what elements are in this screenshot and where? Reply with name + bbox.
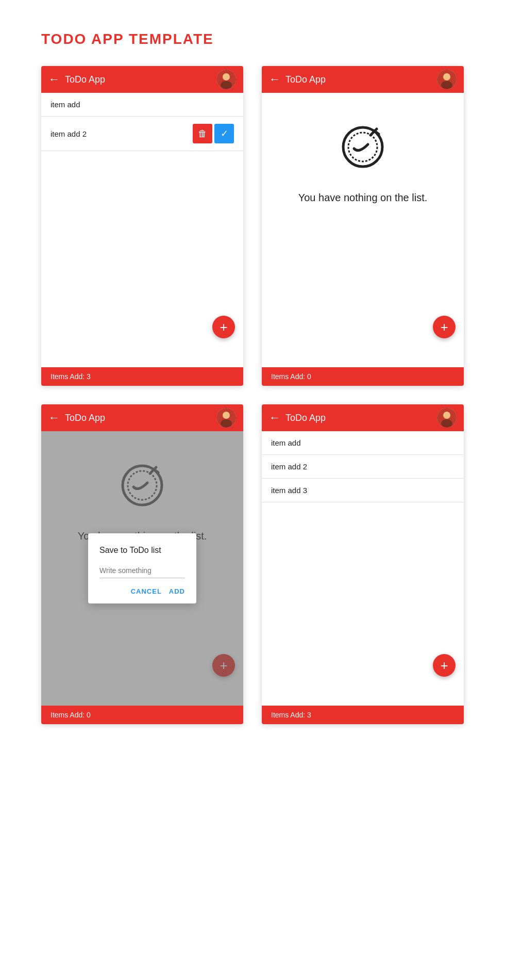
svg-point-12: [221, 419, 232, 428]
todo-item-1-2: item add 2 🗑 ✓: [41, 117, 243, 151]
todo-item-text-1-1: item add: [50, 100, 234, 109]
todo-item-4-2: item add 2: [262, 455, 464, 479]
screens-grid: ← ToDo App item add item add 2: [41, 66, 464, 724]
dialog-cancel-button-3[interactable]: CANCEL: [131, 587, 162, 595]
svg-point-1: [223, 73, 230, 80]
dialog-add-button-3[interactable]: ADD: [169, 587, 185, 595]
svg-point-4: [443, 73, 450, 80]
svg-point-2: [221, 81, 232, 89]
screen-3: ← ToDo App: [41, 404, 243, 724]
avatar-3: [216, 408, 236, 428]
status-bar-2: Items Add: 0: [262, 367, 464, 386]
page-title: TODO APP TEMPLATE: [41, 31, 464, 47]
todo-item-text-4-1: item add: [271, 438, 454, 447]
todo-item-text-4-3: item add 3: [271, 486, 454, 495]
status-bar-1: Items Add: 3: [41, 367, 243, 386]
delete-button-1-2[interactable]: 🗑: [193, 124, 212, 143]
app-bar-3: ← ToDo App: [41, 404, 243, 431]
status-bar-3: Items Add: 0: [41, 706, 243, 724]
svg-point-18: [443, 412, 450, 419]
avatar-2: [437, 70, 457, 89]
fab-4[interactable]: +: [433, 654, 456, 677]
svg-point-11: [223, 412, 230, 419]
fab-plus-icon-2: +: [440, 319, 448, 335]
svg-point-5: [441, 81, 452, 89]
svg-line-9: [375, 131, 379, 134]
screen-4-content: item add item add 2 item add 3 +: [262, 431, 464, 706]
app-bar-1: ← ToDo App: [41, 66, 243, 93]
todo-item-text-4-2: item add 2: [271, 462, 454, 471]
svg-point-19: [441, 419, 452, 428]
dialog-actions-3: CANCEL ADD: [99, 587, 185, 595]
todo-item-text-1-2: item add 2: [50, 129, 193, 138]
app-title-2: ToDo App: [285, 74, 437, 85]
empty-state-2: You have nothing on the list.: [262, 93, 464, 220]
status-bar-4: Items Add: 3: [262, 706, 464, 724]
svg-point-7: [348, 133, 377, 161]
app-title-3: ToDo App: [65, 413, 216, 423]
screen-4: ← ToDo App item add item add 2 item a: [262, 404, 464, 724]
fab-plus-icon-4: +: [440, 658, 448, 674]
empty-icon-2: [340, 124, 386, 180]
fab-2[interactable]: +: [433, 316, 456, 338]
todo-item-4-1: item add: [262, 431, 464, 455]
app-bar-4: ← ToDo App: [262, 404, 464, 431]
app-title-1: ToDo App: [65, 74, 216, 85]
avatar-4: [437, 408, 457, 428]
app-bar-2: ← ToDo App: [262, 66, 464, 93]
avatar-1: [216, 70, 236, 89]
complete-button-1-2[interactable]: ✓: [214, 124, 234, 143]
todo-list-1: item add item add 2 🗑 ✓: [41, 93, 243, 151]
empty-text-2: You have nothing on the list.: [298, 190, 428, 205]
screen-1: ← ToDo App item add item add 2: [41, 66, 243, 386]
screen-1-content: item add item add 2 🗑 ✓ +: [41, 93, 243, 367]
dialog-box-3: Save to ToDo list CANCEL ADD: [88, 533, 196, 603]
app-title-4: ToDo App: [285, 413, 437, 423]
screen-3-content: You have nothing on the list. Save to To…: [41, 431, 243, 706]
screen-2: ← ToDo App: [262, 66, 464, 386]
back-button-1[interactable]: ←: [48, 73, 60, 86]
todo-actions-1-2: 🗑 ✓: [193, 124, 234, 143]
screen-2-content: You have nothing on the list. +: [262, 93, 464, 367]
dialog-overlay-3: Save to ToDo list CANCEL ADD: [41, 431, 243, 706]
fab-plus-icon-1: +: [220, 319, 227, 335]
trash-icon-1-2: 🗑: [198, 128, 207, 139]
back-button-4[interactable]: ←: [269, 411, 280, 424]
todo-list-4: item add item add 2 item add 3: [262, 431, 464, 502]
dialog-input-3[interactable]: [99, 564, 185, 578]
dialog-title-3: Save to ToDo list: [99, 546, 185, 555]
fab-1[interactable]: +: [212, 316, 235, 338]
back-button-3[interactable]: ←: [48, 411, 60, 424]
check-icon-1-2: ✓: [221, 128, 228, 139]
back-button-2[interactable]: ←: [269, 73, 280, 86]
todo-item-4-3: item add 3: [262, 479, 464, 502]
todo-item-1-1: item add: [41, 93, 243, 117]
